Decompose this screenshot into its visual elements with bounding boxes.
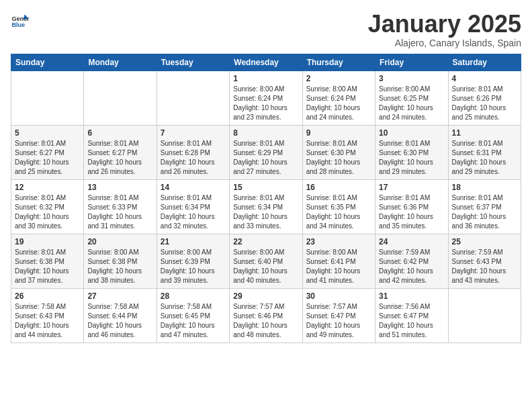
calendar-cell: 17Sunrise: 8:01 AMSunset: 6:36 PMDayligh… xyxy=(375,179,448,234)
day-info: Sunrise: 8:00 AMSunset: 6:24 PMDaylight:… xyxy=(233,85,298,122)
day-info: Sunrise: 8:01 AMSunset: 6:36 PMDaylight:… xyxy=(379,193,444,231)
day-number: 20 xyxy=(87,237,152,246)
logo: General Blue xyxy=(11,11,30,30)
day-number: 9 xyxy=(306,128,371,138)
day-info: Sunrise: 8:01 AMSunset: 6:30 PMDaylight:… xyxy=(306,139,371,177)
day-number: 12 xyxy=(15,183,80,192)
day-number: 6 xyxy=(87,128,152,138)
day-info: Sunrise: 8:00 AMSunset: 6:24 PMDaylight:… xyxy=(306,85,371,122)
calendar-header-sunday: Sunday xyxy=(11,54,84,71)
day-number: 10 xyxy=(379,128,444,138)
day-number: 1 xyxy=(233,74,298,83)
day-info: Sunrise: 8:01 AMSunset: 6:37 PMDaylight:… xyxy=(452,193,517,231)
day-number: 4 xyxy=(452,74,517,83)
day-info: Sunrise: 7:57 AMSunset: 6:46 PMDaylight:… xyxy=(233,302,298,340)
calendar-cell: 10Sunrise: 8:01 AMSunset: 6:30 PMDayligh… xyxy=(375,125,448,179)
calendar-week-4: 19Sunrise: 8:01 AMSunset: 6:38 PMDayligh… xyxy=(11,234,521,288)
day-number: 14 xyxy=(161,183,226,192)
calendar-cell: 21Sunrise: 8:00 AMSunset: 6:39 PMDayligh… xyxy=(157,234,229,288)
calendar-cell xyxy=(448,288,521,342)
page-header: General Blue January 2025 Alajero, Canar… xyxy=(11,11,521,48)
day-info: Sunrise: 8:01 AMSunset: 6:26 PMDaylight:… xyxy=(452,85,517,122)
calendar-cell: 18Sunrise: 8:01 AMSunset: 6:37 PMDayligh… xyxy=(448,179,521,234)
day-number: 28 xyxy=(161,291,226,301)
day-number: 15 xyxy=(233,183,298,192)
day-info: Sunrise: 7:57 AMSunset: 6:47 PMDaylight:… xyxy=(306,302,371,340)
calendar-header-saturday: Saturday xyxy=(448,54,521,71)
calendar-cell: 27Sunrise: 7:58 AMSunset: 6:44 PMDayligh… xyxy=(84,288,157,342)
calendar-cell: 16Sunrise: 8:01 AMSunset: 6:35 PMDayligh… xyxy=(302,179,375,234)
day-info: Sunrise: 8:00 AMSunset: 6:38 PMDaylight:… xyxy=(87,248,152,285)
day-number: 21 xyxy=(161,237,226,246)
day-number: 5 xyxy=(15,128,80,138)
day-info: Sunrise: 8:01 AMSunset: 6:31 PMDaylight:… xyxy=(452,139,517,177)
calendar-cell: 12Sunrise: 8:01 AMSunset: 6:32 PMDayligh… xyxy=(11,179,84,234)
calendar-header-wednesday: Wednesday xyxy=(230,54,302,71)
day-info: Sunrise: 8:01 AMSunset: 6:34 PMDaylight:… xyxy=(161,193,226,231)
day-info: Sunrise: 8:01 AMSunset: 6:38 PMDaylight:… xyxy=(15,248,80,285)
day-info: Sunrise: 7:58 AMSunset: 6:43 PMDaylight:… xyxy=(15,302,80,340)
calendar-cell: 22Sunrise: 8:00 AMSunset: 6:40 PMDayligh… xyxy=(230,234,302,288)
day-info: Sunrise: 8:01 AMSunset: 6:34 PMDaylight:… xyxy=(233,193,298,231)
calendar-cell: 20Sunrise: 8:00 AMSunset: 6:38 PMDayligh… xyxy=(84,234,157,288)
calendar-week-1: 1Sunrise: 8:00 AMSunset: 6:24 PMDaylight… xyxy=(11,71,521,125)
calendar-cell: 8Sunrise: 8:01 AMSunset: 6:29 PMDaylight… xyxy=(230,125,302,179)
calendar-header-tuesday: Tuesday xyxy=(157,54,229,71)
calendar-header-friday: Friday xyxy=(375,54,448,71)
calendar-cell xyxy=(11,71,84,125)
location-subtitle: Alajero, Canary Islands, Spain xyxy=(368,38,521,48)
calendar-header-monday: Monday xyxy=(84,54,157,71)
calendar-week-2: 5Sunrise: 8:01 AMSunset: 6:27 PMDaylight… xyxy=(11,125,521,179)
day-number: 8 xyxy=(233,128,298,138)
day-info: Sunrise: 8:01 AMSunset: 6:35 PMDaylight:… xyxy=(306,193,371,231)
day-number: 31 xyxy=(379,291,444,301)
day-info: Sunrise: 8:01 AMSunset: 6:33 PMDaylight:… xyxy=(87,193,152,231)
day-number: 29 xyxy=(233,291,298,301)
day-info: Sunrise: 8:01 AMSunset: 6:30 PMDaylight:… xyxy=(379,139,444,177)
calendar-cell: 19Sunrise: 8:01 AMSunset: 6:38 PMDayligh… xyxy=(11,234,84,288)
day-info: Sunrise: 8:01 AMSunset: 6:27 PMDaylight:… xyxy=(87,139,152,177)
calendar-cell: 1Sunrise: 8:00 AMSunset: 6:24 PMDaylight… xyxy=(230,71,302,125)
svg-text:Blue: Blue xyxy=(11,21,25,28)
day-info: Sunrise: 8:00 AMSunset: 6:39 PMDaylight:… xyxy=(161,248,226,285)
day-info: Sunrise: 8:01 AMSunset: 6:29 PMDaylight:… xyxy=(233,139,298,177)
day-number: 23 xyxy=(306,237,371,246)
day-info: Sunrise: 7:58 AMSunset: 6:45 PMDaylight:… xyxy=(161,302,226,340)
calendar-cell: 2Sunrise: 8:00 AMSunset: 6:24 PMDaylight… xyxy=(302,71,375,125)
month-title: January 2025 xyxy=(368,11,521,38)
calendar-cell: 11Sunrise: 8:01 AMSunset: 6:31 PMDayligh… xyxy=(448,125,521,179)
calendar-cell: 6Sunrise: 8:01 AMSunset: 6:27 PMDaylight… xyxy=(84,125,157,179)
day-number: 16 xyxy=(306,183,371,192)
calendar-cell xyxy=(84,71,157,125)
day-info: Sunrise: 8:01 AMSunset: 6:28 PMDaylight:… xyxy=(161,139,226,177)
day-number: 22 xyxy=(233,237,298,246)
calendar-cell: 24Sunrise: 7:59 AMSunset: 6:42 PMDayligh… xyxy=(375,234,448,288)
day-info: Sunrise: 7:59 AMSunset: 6:42 PMDaylight:… xyxy=(379,248,444,285)
calendar-cell: 3Sunrise: 8:00 AMSunset: 6:25 PMDaylight… xyxy=(375,71,448,125)
day-info: Sunrise: 8:00 AMSunset: 6:41 PMDaylight:… xyxy=(306,248,371,285)
day-number: 13 xyxy=(87,183,152,192)
calendar-cell: 28Sunrise: 7:58 AMSunset: 6:45 PMDayligh… xyxy=(157,288,229,342)
calendar-cell: 30Sunrise: 7:57 AMSunset: 6:47 PMDayligh… xyxy=(302,288,375,342)
calendar-cell: 7Sunrise: 8:01 AMSunset: 6:28 PMDaylight… xyxy=(157,125,229,179)
day-info: Sunrise: 8:01 AMSunset: 6:32 PMDaylight:… xyxy=(15,193,80,231)
calendar-cell: 26Sunrise: 7:58 AMSunset: 6:43 PMDayligh… xyxy=(11,288,84,342)
day-number: 18 xyxy=(452,183,517,192)
calendar-cell: 5Sunrise: 8:01 AMSunset: 6:27 PMDaylight… xyxy=(11,125,84,179)
calendar-cell: 13Sunrise: 8:01 AMSunset: 6:33 PMDayligh… xyxy=(84,179,157,234)
day-info: Sunrise: 8:00 AMSunset: 6:40 PMDaylight:… xyxy=(233,248,298,285)
calendar-cell: 9Sunrise: 8:01 AMSunset: 6:30 PMDaylight… xyxy=(302,125,375,179)
day-number: 17 xyxy=(379,183,444,192)
calendar-cell: 15Sunrise: 8:01 AMSunset: 6:34 PMDayligh… xyxy=(230,179,302,234)
calendar-cell xyxy=(157,71,229,125)
title-block: January 2025 Alajero, Canary Islands, Sp… xyxy=(368,11,521,48)
day-info: Sunrise: 8:01 AMSunset: 6:27 PMDaylight:… xyxy=(15,139,80,177)
day-number: 25 xyxy=(452,237,517,246)
day-number: 11 xyxy=(452,128,517,138)
day-info: Sunrise: 7:58 AMSunset: 6:44 PMDaylight:… xyxy=(87,302,152,340)
calendar-cell: 4Sunrise: 8:01 AMSunset: 6:26 PMDaylight… xyxy=(448,71,521,125)
day-info: Sunrise: 7:59 AMSunset: 6:43 PMDaylight:… xyxy=(452,248,517,285)
calendar-week-3: 12Sunrise: 8:01 AMSunset: 6:32 PMDayligh… xyxy=(11,179,521,234)
day-info: Sunrise: 7:56 AMSunset: 6:47 PMDaylight:… xyxy=(379,302,444,340)
day-number: 7 xyxy=(161,128,226,138)
